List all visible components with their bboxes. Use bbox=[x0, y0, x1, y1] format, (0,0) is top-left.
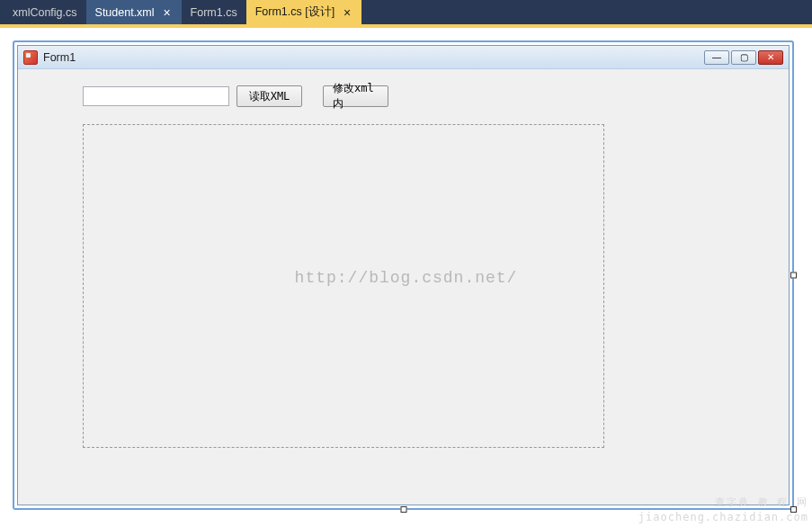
window-control-group: — ▢ ✕ bbox=[704, 50, 783, 65]
titlebar[interactable]: Form1 — ▢ ✕ bbox=[18, 46, 789, 69]
content-panel[interactable] bbox=[83, 124, 604, 448]
corner-brand-bottom: jiaocheng.chazidian.com bbox=[638, 511, 808, 523]
close-icon: ✕ bbox=[767, 53, 774, 62]
form-title: Form1 bbox=[43, 51, 704, 64]
tab-student-xml[interactable]: Student.xml × bbox=[86, 0, 182, 24]
tab-label: Form1.cs bbox=[191, 6, 237, 19]
winform-preview: Form1 — ▢ ✕ 读取XML 修改xml内 bbox=[17, 45, 790, 505]
resize-handle-south[interactable] bbox=[400, 506, 406, 513]
textbox-input[interactable] bbox=[83, 86, 229, 106]
designer-canvas[interactable]: Form1 — ▢ ✕ 读取XML 修改xml内 http://blog.csd… bbox=[0, 28, 812, 527]
resize-handle-east[interactable] bbox=[790, 272, 797, 279]
close-button[interactable]: ✕ bbox=[758, 50, 783, 65]
maximize-icon: ▢ bbox=[740, 53, 748, 62]
tab-label: xmlConfig.cs bbox=[13, 6, 77, 19]
tab-xmlconfig[interactable]: xmlConfig.cs bbox=[4, 0, 86, 24]
minimize-button[interactable]: — bbox=[704, 50, 729, 65]
close-icon[interactable]: × bbox=[162, 7, 173, 18]
read-xml-button[interactable]: 读取XML bbox=[236, 85, 302, 107]
minimize-icon: — bbox=[712, 53, 721, 62]
modify-xml-button[interactable]: 修改xml内 bbox=[323, 85, 388, 107]
form-client-area[interactable]: 读取XML 修改xml内 bbox=[20, 70, 787, 503]
tab-label: Form1.cs [设计] bbox=[255, 4, 335, 20]
button-label: 修改xml内 bbox=[333, 81, 379, 112]
tab-label: Student.xml bbox=[95, 6, 155, 19]
resize-handle-southeast[interactable] bbox=[790, 506, 797, 513]
form-icon bbox=[23, 50, 38, 65]
form-selection-outline[interactable]: Form1 — ▢ ✕ 读取XML 修改xml内 bbox=[13, 40, 794, 510]
tab-form1-cs[interactable]: Form1.cs bbox=[182, 0, 246, 24]
close-icon[interactable]: × bbox=[342, 7, 352, 18]
maximize-button[interactable]: ▢ bbox=[731, 50, 756, 65]
tab-form1-designer[interactable]: Form1.cs [设计] × bbox=[246, 0, 362, 24]
editor-tab-strip: xmlConfig.cs Student.xml × Form1.cs Form… bbox=[0, 0, 812, 24]
button-label: 读取XML bbox=[249, 89, 290, 104]
